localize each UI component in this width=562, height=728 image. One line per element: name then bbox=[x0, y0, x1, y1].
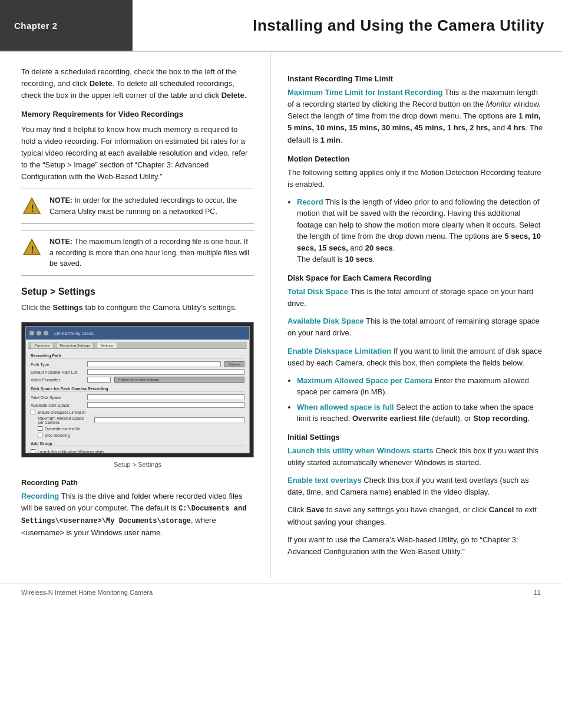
page-header: Chapter 2 Installing and Using the Camer… bbox=[0, 0, 562, 52]
recording-paragraph: Recording This is the drive and folder w… bbox=[21, 490, 254, 538]
svg-text:!: ! bbox=[31, 203, 34, 213]
note-icon-1: ! bbox=[21, 195, 42, 216]
chapter-label: Chapter 2 bbox=[0, 0, 133, 51]
chapter-text: Chapter 2 bbox=[14, 21, 58, 31]
note-1-text: NOTE: In order for the scheduled recordi… bbox=[49, 195, 254, 218]
web-utility-paragraph: If you want to use the Camera’s Web-base… bbox=[287, 534, 543, 558]
ss-nav: Favorites Recording Settings Settings bbox=[28, 342, 247, 349]
note-box-1: ! NOTE: In order for the scheduled recor… bbox=[21, 189, 254, 224]
max-allowed-bullet: Maximum Allowed Space per Camera Enter t… bbox=[297, 375, 543, 398]
screenshot-topbar: LINKSYS by Cisco bbox=[26, 327, 249, 340]
disk-space-heading: Disk Space for Each Camera Recording bbox=[287, 274, 543, 282]
motion-paragraph: The following setting applies only if th… bbox=[287, 167, 543, 190]
intro-paragraph: To delete a scheduled recording, check t… bbox=[21, 66, 254, 101]
setup-paragraph: Click the Settings tab to configure the … bbox=[21, 302, 254, 314]
save-cancel-paragraph: Click Save to save any settings you have… bbox=[287, 504, 543, 528]
page-content: To delete a scheduled recording, check t… bbox=[0, 52, 562, 578]
page-title: Installing and Using the Camera Utility bbox=[133, 0, 562, 51]
memory-heading: Memory Requirements for Video Recordings bbox=[21, 108, 254, 120]
note-2-text: NOTE: The maximum length of a recording … bbox=[49, 236, 254, 269]
screenshot-inner: LINKSYS by Cisco Favorites Recording Set… bbox=[25, 326, 250, 453]
total-disk-paragraph: Total Disk Space This is the total amoun… bbox=[287, 286, 543, 309]
screenshot-caption: Setup > Settings bbox=[21, 460, 254, 470]
note-icon-2: ! bbox=[21, 236, 42, 258]
enable-diskspace-paragraph: Enable Diskspace Limitation If you want … bbox=[287, 345, 543, 369]
footer-page-number: 11 bbox=[534, 589, 541, 596]
instant-paragraph: Maximum Time Limit for Instant Recording… bbox=[287, 87, 543, 146]
setup-settings-heading: Setup > Settings bbox=[21, 286, 254, 297]
motion-record-bullet: Record This is the length of video prior… bbox=[297, 196, 543, 265]
available-disk-paragraph: Available Disk Space This is the total a… bbox=[287, 315, 543, 339]
launch-paragraph: Launch this utility when Windows starts … bbox=[287, 445, 543, 469]
recording-path-heading: Recording Path bbox=[21, 478, 254, 487]
memory-paragraph: You may find it helpful to know how much… bbox=[21, 124, 254, 183]
svg-text:!: ! bbox=[31, 245, 34, 255]
screenshot-settings: LINKSYS by Cisco Favorites Recording Set… bbox=[21, 322, 254, 457]
when-allowed-bullet: When allowed space is full Select the ac… bbox=[297, 401, 543, 424]
enable-overlays-paragraph: Enable text overlays Check this box if y… bbox=[287, 475, 543, 498]
left-column: To delete a scheduled recording, check t… bbox=[0, 52, 271, 578]
ss-content: Recording Path Path Type Browse Default … bbox=[28, 350, 247, 453]
motion-detection-heading: Motion Detection bbox=[287, 154, 543, 163]
right-column: Instant Recording Time Limit Maximum Tim… bbox=[271, 52, 562, 578]
note-box-2: ! NOTE: The maximum length of a recordin… bbox=[21, 230, 254, 276]
motion-bullet-list: Record This is the length of video prior… bbox=[297, 196, 543, 265]
page-footer: Wireless-N Internet Home Monitoring Came… bbox=[0, 584, 562, 601]
instant-recording-heading: Instant Recording Time Limit bbox=[287, 74, 543, 83]
initial-settings-heading: Initial Settings bbox=[287, 433, 543, 442]
title-text: Installing and Using the Camera Utility bbox=[253, 17, 544, 35]
disk-bullet-list: Maximum Allowed Space per Camera Enter t… bbox=[297, 375, 543, 424]
screenshot-body: Favorites Recording Settings Settings Re… bbox=[26, 340, 249, 453]
footer-left: Wireless-N Internet Home Monitoring Came… bbox=[21, 589, 153, 596]
